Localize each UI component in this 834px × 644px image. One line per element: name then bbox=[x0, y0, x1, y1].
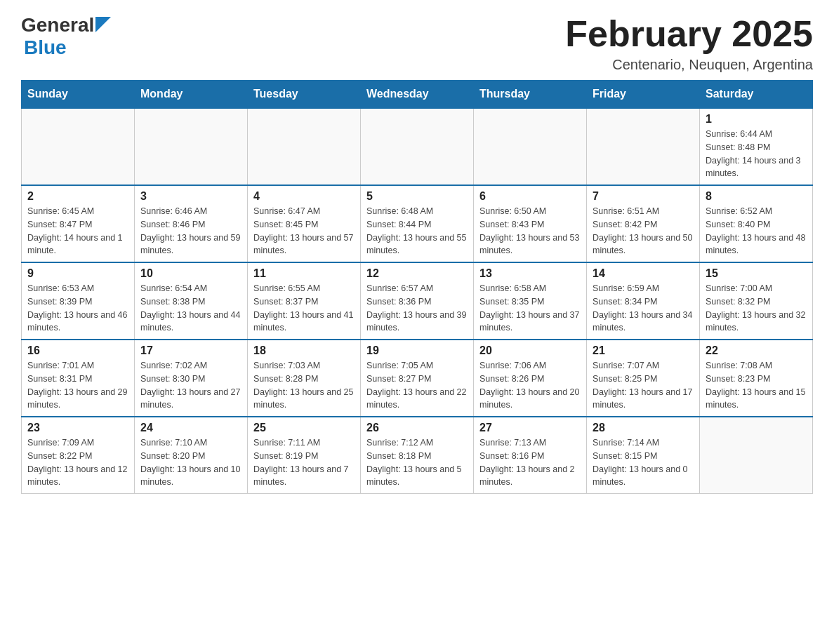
day-info: Sunrise: 6:44 AM Sunset: 8:48 PM Dayligh… bbox=[706, 128, 807, 180]
logo-blue-text: Blue bbox=[24, 36, 67, 59]
day-info: Sunrise: 7:02 AM Sunset: 8:30 PM Dayligh… bbox=[140, 359, 241, 412]
calendar-cell: 4Sunrise: 6:47 AM Sunset: 8:45 PM Daylig… bbox=[248, 185, 361, 262]
day-number: 13 bbox=[479, 267, 581, 280]
calendar-cell: 19Sunrise: 7:05 AM Sunset: 8:27 PM Dayli… bbox=[361, 340, 474, 417]
calendar-cell: 5Sunrise: 6:48 AM Sunset: 8:44 PM Daylig… bbox=[361, 185, 474, 262]
day-info: Sunrise: 7:05 AM Sunset: 8:27 PM Dayligh… bbox=[366, 359, 468, 412]
day-number: 26 bbox=[366, 422, 468, 434]
calendar-subtitle: Centenario, Neuquen, Argentina bbox=[565, 57, 813, 73]
logo: General Blue bbox=[21, 14, 111, 59]
weekday-header-tuesday: Tuesday bbox=[248, 81, 361, 109]
calendar-cell bbox=[700, 417, 813, 494]
day-info: Sunrise: 6:50 AM Sunset: 8:43 PM Dayligh… bbox=[479, 205, 581, 257]
calendar-cell bbox=[135, 108, 248, 185]
day-info: Sunrise: 6:45 AM Sunset: 8:47 PM Dayligh… bbox=[27, 205, 128, 257]
calendar-cell: 12Sunrise: 6:57 AM Sunset: 8:36 PM Dayli… bbox=[361, 262, 474, 340]
calendar-cell: 8Sunrise: 6:52 AM Sunset: 8:40 PM Daylig… bbox=[700, 185, 813, 262]
calendar-cell: 11Sunrise: 6:55 AM Sunset: 8:37 PM Dayli… bbox=[248, 262, 361, 340]
day-number: 18 bbox=[253, 344, 355, 357]
calendar-cell: 16Sunrise: 7:01 AM Sunset: 8:31 PM Dayli… bbox=[22, 340, 135, 417]
day-number: 14 bbox=[593, 267, 694, 280]
calendar-cell: 14Sunrise: 6:59 AM Sunset: 8:34 PM Dayli… bbox=[587, 262, 700, 340]
day-number: 5 bbox=[366, 190, 468, 203]
title-area: February 2025 Centenario, Neuquen, Argen… bbox=[565, 14, 813, 73]
calendar-cell: 13Sunrise: 6:58 AM Sunset: 8:35 PM Dayli… bbox=[474, 262, 587, 340]
day-info: Sunrise: 7:06 AM Sunset: 8:26 PM Dayligh… bbox=[479, 359, 581, 412]
day-number: 19 bbox=[366, 344, 468, 357]
day-info: Sunrise: 7:07 AM Sunset: 8:25 PM Dayligh… bbox=[593, 359, 694, 412]
day-number: 7 bbox=[593, 190, 694, 203]
weekday-header-row: SundayMondayTuesdayWednesdayThursdayFrid… bbox=[22, 81, 813, 109]
day-info: Sunrise: 7:00 AM Sunset: 8:32 PM Dayligh… bbox=[706, 282, 807, 335]
calendar-week-row: 16Sunrise: 7:01 AM Sunset: 8:31 PM Dayli… bbox=[22, 340, 813, 417]
calendar-cell: 17Sunrise: 7:02 AM Sunset: 8:30 PM Dayli… bbox=[135, 340, 248, 417]
day-number: 17 bbox=[140, 344, 241, 357]
svg-marker-0 bbox=[95, 17, 111, 32]
calendar-cell: 18Sunrise: 7:03 AM Sunset: 8:28 PM Dayli… bbox=[248, 340, 361, 417]
calendar-week-row: 2Sunrise: 6:45 AM Sunset: 8:47 PM Daylig… bbox=[22, 185, 813, 262]
calendar-week-row: 23Sunrise: 7:09 AM Sunset: 8:22 PM Dayli… bbox=[22, 417, 813, 494]
calendar-cell: 24Sunrise: 7:10 AM Sunset: 8:20 PM Dayli… bbox=[135, 417, 248, 494]
calendar-cell: 23Sunrise: 7:09 AM Sunset: 8:22 PM Dayli… bbox=[22, 417, 135, 494]
day-number: 9 bbox=[27, 267, 128, 280]
day-number: 28 bbox=[593, 422, 694, 434]
day-number: 8 bbox=[706, 190, 807, 203]
calendar-cell: 10Sunrise: 6:54 AM Sunset: 8:38 PM Dayli… bbox=[135, 262, 248, 340]
calendar-cell: 3Sunrise: 6:46 AM Sunset: 8:46 PM Daylig… bbox=[135, 185, 248, 262]
day-number: 23 bbox=[27, 422, 128, 434]
calendar-cell: 21Sunrise: 7:07 AM Sunset: 8:25 PM Dayli… bbox=[587, 340, 700, 417]
calendar-cell bbox=[248, 108, 361, 185]
day-info: Sunrise: 6:59 AM Sunset: 8:34 PM Dayligh… bbox=[593, 282, 694, 335]
day-info: Sunrise: 6:48 AM Sunset: 8:44 PM Dayligh… bbox=[366, 205, 468, 257]
weekday-header-monday: Monday bbox=[135, 81, 248, 109]
calendar-cell: 1Sunrise: 6:44 AM Sunset: 8:48 PM Daylig… bbox=[700, 108, 813, 185]
day-number: 25 bbox=[253, 422, 355, 434]
day-number: 4 bbox=[253, 190, 355, 203]
calendar-cell bbox=[587, 108, 700, 185]
calendar-cell: 2Sunrise: 6:45 AM Sunset: 8:47 PM Daylig… bbox=[22, 185, 135, 262]
calendar-cell bbox=[361, 108, 474, 185]
day-number: 24 bbox=[140, 422, 241, 434]
day-number: 3 bbox=[140, 190, 241, 203]
day-info: Sunrise: 6:46 AM Sunset: 8:46 PM Dayligh… bbox=[140, 205, 241, 257]
day-info: Sunrise: 7:12 AM Sunset: 8:18 PM Dayligh… bbox=[366, 436, 468, 489]
day-info: Sunrise: 6:53 AM Sunset: 8:39 PM Dayligh… bbox=[27, 282, 128, 335]
day-number: 16 bbox=[27, 344, 128, 357]
day-number: 1 bbox=[706, 113, 807, 126]
calendar-cell bbox=[474, 108, 587, 185]
calendar-week-row: 9Sunrise: 6:53 AM Sunset: 8:39 PM Daylig… bbox=[22, 262, 813, 340]
day-info: Sunrise: 7:13 AM Sunset: 8:16 PM Dayligh… bbox=[479, 436, 581, 489]
day-number: 2 bbox=[27, 190, 128, 203]
day-info: Sunrise: 7:14 AM Sunset: 8:15 PM Dayligh… bbox=[593, 436, 694, 489]
calendar-table: SundayMondayTuesdayWednesdayThursdayFrid… bbox=[21, 80, 813, 494]
calendar-cell: 25Sunrise: 7:11 AM Sunset: 8:19 PM Dayli… bbox=[248, 417, 361, 494]
day-info: Sunrise: 6:51 AM Sunset: 8:42 PM Dayligh… bbox=[593, 205, 694, 257]
day-info: Sunrise: 6:57 AM Sunset: 8:36 PM Dayligh… bbox=[366, 282, 468, 335]
calendar-cell: 9Sunrise: 6:53 AM Sunset: 8:39 PM Daylig… bbox=[22, 262, 135, 340]
calendar-cell: 26Sunrise: 7:12 AM Sunset: 8:18 PM Dayli… bbox=[361, 417, 474, 494]
weekday-header-wednesday: Wednesday bbox=[361, 81, 474, 109]
weekday-header-friday: Friday bbox=[587, 81, 700, 109]
calendar-cell bbox=[22, 108, 135, 185]
day-info: Sunrise: 7:09 AM Sunset: 8:22 PM Dayligh… bbox=[27, 436, 128, 489]
day-info: Sunrise: 7:11 AM Sunset: 8:19 PM Dayligh… bbox=[253, 436, 355, 489]
day-info: Sunrise: 6:52 AM Sunset: 8:40 PM Dayligh… bbox=[706, 205, 807, 257]
day-number: 27 bbox=[479, 422, 581, 434]
weekday-header-sunday: Sunday bbox=[22, 81, 135, 109]
day-info: Sunrise: 7:03 AM Sunset: 8:28 PM Dayligh… bbox=[253, 359, 355, 412]
day-info: Sunrise: 7:01 AM Sunset: 8:31 PM Dayligh… bbox=[27, 359, 128, 412]
weekday-header-thursday: Thursday bbox=[474, 81, 587, 109]
day-info: Sunrise: 6:54 AM Sunset: 8:38 PM Dayligh… bbox=[140, 282, 241, 335]
day-number: 20 bbox=[479, 344, 581, 357]
day-number: 11 bbox=[253, 267, 355, 280]
day-info: Sunrise: 7:10 AM Sunset: 8:20 PM Dayligh… bbox=[140, 436, 241, 489]
page-header: General Blue February 2025 Centenario, N… bbox=[21, 14, 813, 73]
day-number: 12 bbox=[366, 267, 468, 280]
calendar-cell: 7Sunrise: 6:51 AM Sunset: 8:42 PM Daylig… bbox=[587, 185, 700, 262]
calendar-cell: 27Sunrise: 7:13 AM Sunset: 8:16 PM Dayli… bbox=[474, 417, 587, 494]
weekday-header-saturday: Saturday bbox=[700, 81, 813, 109]
calendar-cell: 15Sunrise: 7:00 AM Sunset: 8:32 PM Dayli… bbox=[700, 262, 813, 340]
calendar-cell: 20Sunrise: 7:06 AM Sunset: 8:26 PM Dayli… bbox=[474, 340, 587, 417]
day-number: 21 bbox=[593, 344, 694, 357]
day-info: Sunrise: 6:47 AM Sunset: 8:45 PM Dayligh… bbox=[253, 205, 355, 257]
